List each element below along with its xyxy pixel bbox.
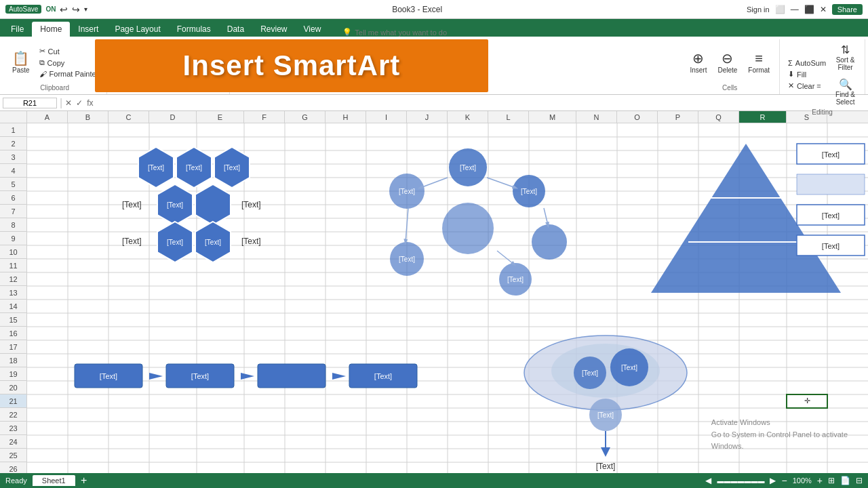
scroll-left-btn[interactable]: ◀: [705, 476, 711, 485]
restore-icon[interactable]: ⬜: [775, 5, 785, 14]
row-header-23[interactable]: 23: [0, 422, 26, 435]
col-header-I[interactable]: I: [366, 111, 407, 123]
tab-insert[interactable]: Insert: [70, 22, 106, 37]
cells-area[interactable]: [Text] [Text] [Text] [Text] [Text] [Text…: [27, 123, 868, 473]
sheet-tab-1[interactable]: Sheet1: [33, 475, 75, 486]
row-header-16[interactable]: 16: [0, 327, 26, 340]
ribbon-group-clipboard: 📋 Paste ✂Cut ⧉Copy 🖌Format Painter Clipb…: [3, 39, 107, 94]
row-header-11[interactable]: 11: [0, 259, 26, 272]
row-header-20[interactable]: 20: [0, 381, 26, 394]
row-header-9[interactable]: 9: [0, 232, 26, 245]
row-header-1[interactable]: 1: [0, 123, 26, 137]
sign-in-button[interactable]: Sign in: [747, 5, 770, 14]
undo-icon[interactable]: ↩: [60, 4, 68, 15]
col-header-N[interactable]: N: [576, 111, 617, 123]
row-header-4[interactable]: 4: [0, 164, 26, 178]
editing-label: Editing: [812, 108, 833, 117]
tab-data[interactable]: Data: [219, 22, 252, 37]
col-header-L[interactable]: L: [488, 111, 529, 123]
col-header-Q[interactable]: Q: [698, 111, 739, 123]
col-header-B[interactable]: B: [68, 111, 108, 123]
scroll-area[interactable]: ▬▬▬▬▬▬▬: [717, 477, 764, 485]
clear-button[interactable]: ✕ Clear =: [785, 81, 829, 91]
find-button[interactable]: 🔍 Find & Select: [831, 75, 859, 108]
tab-page-layout[interactable]: Page Layout: [106, 22, 168, 37]
insert-cells-button[interactable]: ⊕ Insert: [686, 49, 711, 77]
tab-review[interactable]: Review: [252, 22, 295, 37]
copy-button[interactable]: ⧉Copy: [37, 58, 102, 68]
name-box[interactable]: [3, 98, 57, 108]
view-normal-btn[interactable]: ⊞: [828, 476, 835, 485]
formula-input[interactable]: [96, 98, 866, 108]
zoom-out-btn[interactable]: −: [781, 475, 787, 486]
hex-4: [157, 184, 193, 225]
col-header-G[interactable]: G: [285, 111, 326, 123]
col-header-P[interactable]: P: [658, 111, 698, 123]
share-button[interactable]: Share: [832, 4, 863, 15]
minimize-icon[interactable]: —: [791, 5, 799, 14]
col-header-K[interactable]: K: [448, 111, 488, 123]
row-header-17[interactable]: 17: [0, 340, 26, 354]
row-header-5[interactable]: 5: [0, 178, 26, 191]
row-header-24[interactable]: 24: [0, 435, 26, 449]
format-painter-button[interactable]: 🖌Format Painter: [37, 69, 102, 79]
zoom-in-btn[interactable]: +: [817, 475, 823, 486]
confirm-formula-icon[interactable]: ✓: [76, 98, 83, 108]
col-header-O[interactable]: O: [617, 111, 658, 123]
col-header-F[interactable]: F: [244, 111, 285, 123]
close-icon[interactable]: ✕: [820, 5, 827, 14]
row-header-15[interactable]: 15: [0, 313, 26, 327]
row-header-22[interactable]: 22: [0, 408, 26, 422]
col-header-J[interactable]: J: [407, 111, 448, 123]
format-cells-button[interactable]: ≡ Format: [744, 49, 774, 77]
circle-lb: [390, 242, 424, 276]
tab-home[interactable]: Home: [32, 22, 70, 37]
delete-cells-button[interactable]: ⊖ Delete: [713, 49, 741, 77]
col-header-H[interactable]: H: [326, 111, 366, 123]
row-header-13[interactable]: 13: [0, 286, 26, 300]
row-header-18[interactable]: 18: [0, 354, 26, 367]
col-header-R[interactable]: R: [739, 111, 787, 123]
quick-access-more[interactable]: ▾: [84, 5, 87, 13]
maximize-icon[interactable]: ⬛: [804, 5, 814, 14]
tab-view[interactable]: View: [296, 22, 330, 37]
cut-button[interactable]: ✂Cut: [37, 46, 102, 56]
add-sheet-button[interactable]: +: [78, 474, 90, 487]
row-header-26[interactable]: 26: [0, 462, 26, 473]
row-header-8[interactable]: 8: [0, 218, 26, 232]
tab-formulas[interactable]: Formulas: [169, 22, 219, 37]
view-break-btn[interactable]: ⊟: [856, 476, 863, 485]
col-header-D[interactable]: D: [149, 111, 197, 123]
scroll-right-btn[interactable]: ▶: [770, 476, 776, 485]
hex-text-2: [Text]: [186, 164, 202, 171]
row-header-19[interactable]: 19: [0, 367, 26, 381]
funnel-down-arrow: [601, 447, 610, 457]
redo-icon[interactable]: ↪: [72, 4, 80, 15]
autosum-button[interactable]: Σ AutoSum: [785, 58, 829, 68]
col-header-A[interactable]: A: [27, 111, 68, 123]
autosave-state[interactable]: ON: [45, 5, 56, 13]
tab-file[interactable]: File: [3, 22, 32, 37]
fill-button[interactable]: ⬇ Fill: [785, 69, 829, 79]
row-header-12[interactable]: 12: [0, 272, 26, 286]
col-header-E[interactable]: E: [197, 111, 244, 123]
row-header-21[interactable]: 21: [0, 394, 26, 408]
row-header-7[interactable]: 7: [0, 205, 26, 218]
search-input[interactable]: [355, 28, 477, 37]
cancel-formula-icon[interactable]: ✕: [65, 98, 72, 108]
row-header-6[interactable]: 6: [0, 191, 26, 205]
col-header-C[interactable]: C: [108, 111, 149, 123]
autosave-badge[interactable]: AutoSave: [5, 5, 41, 14]
row-header-3[interactable]: 3: [0, 150, 26, 164]
sort-button[interactable]: ⇅ Sort & Filter: [831, 41, 859, 74]
insert-function-icon[interactable]: fx: [87, 98, 93, 108]
row-header-2[interactable]: 2: [0, 137, 26, 150]
row-header-25[interactable]: 25: [0, 449, 26, 462]
paste-button[interactable]: 📋 Paste: [8, 49, 34, 77]
row-header-14[interactable]: 14: [0, 300, 26, 313]
view-layout-btn[interactable]: 📄: [840, 476, 850, 485]
circle-r: [532, 224, 567, 260]
col-header-M[interactable]: M: [529, 111, 576, 123]
row-header-10[interactable]: 10: [0, 245, 26, 259]
flow-text-2: [Text]: [191, 372, 209, 380]
